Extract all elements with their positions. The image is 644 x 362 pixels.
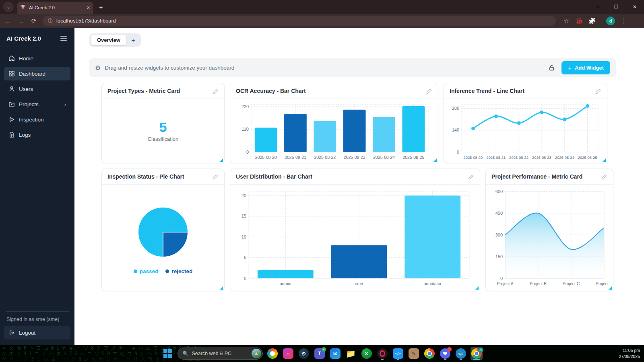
kebab-menu-icon[interactable]: ⋮ — [620, 17, 628, 25]
sidebar-item-projects[interactable]: Projects › — [4, 97, 70, 111]
sidebar-item-label: Inspection — [19, 117, 44, 123]
sidebar-item-label: Home — [19, 56, 33, 62]
svg-text:Project B: Project B — [530, 282, 547, 286]
vscode-icon[interactable]: </> — [392, 347, 404, 360]
meta-quest-icon[interactable]: ∩ — [282, 347, 294, 360]
tab-search-button[interactable]: ⌄ — [3, 2, 14, 12]
app-page: AI Creek 2.0 Home Dashboard Users — [0, 28, 644, 345]
sidebar-item-users[interactable]: Users — [4, 82, 70, 96]
user-icon — [8, 86, 15, 92]
bug-extension-icon[interactable]: 🐞 — [575, 17, 583, 25]
divider — [601, 18, 601, 24]
discord-icon[interactable] — [439, 347, 451, 360]
resize-handle[interactable] — [433, 158, 437, 162]
taskbar-clock[interactable]: 11:05 pm 27/08/2025 — [619, 348, 640, 360]
opera-gx-icon[interactable] — [376, 347, 388, 360]
widget-title: Inference Trend - Line Chart — [450, 88, 524, 94]
svg-text:15: 15 — [242, 214, 246, 218]
dashboard-grid-icon — [8, 70, 15, 77]
xbox-icon[interactable]: ✕ — [361, 347, 373, 360]
svg-text:admin: admin — [280, 281, 291, 286]
address-bar[interactable]: ⓘ localhost:5173/dashboard — [43, 16, 556, 26]
reload-icon[interactable]: ⟳ — [30, 17, 38, 25]
file-explorer-icon[interactable]: 📁 — [345, 347, 357, 360]
minimize-button[interactable]: ─ — [588, 0, 607, 14]
browser-tab[interactable]: AI Creek 2.0 ✕ — [17, 2, 93, 14]
widget-canvas: Project Types - Metric Card 5 Classifica… — [89, 83, 616, 291]
browser-titlebar: ⌄ AI Creek 2.0 ✕ + ─ ❐ ✕ — [0, 0, 644, 14]
notes-icon[interactable]: ✎ — [408, 347, 420, 360]
hamburger-menu-icon[interactable] — [59, 35, 68, 42]
sidebar-item-inspection[interactable]: Inspection — [4, 113, 70, 126]
teams-icon[interactable]: T✓ — [314, 347, 326, 360]
chrome-profile-icon[interactable]: d — [471, 347, 483, 360]
profile-avatar[interactable]: d — [606, 16, 615, 25]
sidebar-item-logs[interactable]: Logs — [4, 128, 70, 142]
svg-text:Project D: Project D — [596, 282, 608, 286]
widget-inspection-status[interactable]: Inspection Status - Pie Chart passed — [101, 169, 225, 291]
tab-close-icon[interactable]: ✕ — [87, 5, 90, 10]
widget-ocr-accuracy[interactable]: OCR Accuracy - Bar Chart 01102202025-08-… — [230, 83, 438, 163]
svg-text:2025-08-23: 2025-08-23 — [532, 156, 551, 160]
svg-text:2025-08-22: 2025-08-22 — [314, 155, 336, 160]
widget-project-performance[interactable]: Project Performance - Metric Card 015030… — [485, 169, 613, 291]
forward-icon[interactable]: → — [17, 18, 25, 25]
svg-text:annotator: annotator — [424, 281, 442, 286]
chrome-icon[interactable] — [423, 347, 436, 360]
edit-pencil-icon[interactable] — [213, 174, 219, 180]
edit-pencil-icon[interactable] — [595, 88, 601, 94]
user-distribution-bar-chart: 05101520adminsmeannotator — [237, 187, 473, 288]
svg-text:2025-08-24: 2025-08-24 — [373, 155, 395, 160]
resize-handle[interactable] — [609, 286, 612, 290]
logout-button[interactable]: Logout — [4, 326, 70, 339]
resize-handle[interactable] — [603, 158, 606, 162]
back-icon[interactable]: ← — [4, 18, 12, 25]
widget-inference-trend[interactable]: Inference Trend - Line Chart 01402802025… — [444, 83, 607, 163]
svg-text:10: 10 — [242, 234, 246, 239]
sidebar-item-dashboard[interactable]: Dashboard — [4, 67, 70, 80]
unlock-button[interactable] — [548, 64, 555, 71]
docker-icon[interactable]: 🐳 — [455, 347, 467, 360]
play-icon — [8, 116, 15, 123]
folder-plus-icon — [8, 101, 15, 107]
signed-in-text: Signed in as sme (sme) — [0, 312, 74, 324]
outlook-icon[interactable]: ✉ — [329, 347, 341, 360]
sidebar-item-label: Dashboard — [19, 71, 45, 77]
new-tab-button[interactable]: + — [96, 2, 106, 12]
main-content: Overview + ⚙ Drag and resize widgets to … — [74, 28, 644, 345]
app-title: AI Creek 2.0 — [6, 35, 41, 42]
svg-text:Project C: Project C — [563, 282, 580, 286]
add-widget-button[interactable]: + Add Widget — [561, 61, 610, 74]
edit-pencil-icon[interactable] — [468, 174, 474, 180]
add-tab-button[interactable]: + — [127, 37, 139, 43]
metric-value: 5 — [159, 120, 167, 135]
site-info-icon[interactable]: ⓘ — [48, 18, 53, 25]
svg-text:600: 600 — [495, 189, 503, 194]
resize-handle[interactable] — [220, 158, 223, 162]
sidebar-item-home[interactable]: Home — [4, 51, 70, 65]
edit-pencil-icon[interactable] — [213, 88, 219, 94]
desktop-strip: ネタセ0ヽヨコ61ナキ・ソ8クフメナ ネハユワシ46クス2ハニ シネミ91ニリハ… — [0, 345, 644, 362]
edit-pencil-icon[interactable] — [601, 174, 607, 180]
svg-text:2025-08-24: 2025-08-24 — [555, 156, 574, 160]
edit-pencil-icon[interactable] — [426, 88, 432, 94]
unlock-icon — [548, 64, 555, 71]
widget-project-types[interactable]: Project Types - Metric Card 5 Classifica… — [101, 83, 225, 163]
tab-overview[interactable]: Overview — [91, 35, 126, 45]
copilot-icon[interactable] — [266, 347, 279, 360]
maximize-button[interactable]: ❐ — [607, 0, 625, 14]
legend-label: rejected — [171, 268, 192, 274]
taskbar-search[interactable]: 🔍 Search web & PC ⛰ — [178, 348, 263, 360]
svg-text:0: 0 — [457, 149, 459, 154]
widget-title: Project Types - Metric Card — [107, 88, 180, 94]
close-button[interactable]: ✕ — [625, 0, 644, 14]
start-button[interactable] — [162, 347, 174, 360]
bookmark-star-icon[interactable]: ☆ — [562, 17, 570, 25]
clock-time: 11:05 pm — [619, 348, 640, 354]
widget-user-distribution[interactable]: User Distribution - Bar Chart 05101520ad… — [230, 169, 480, 291]
extensions-puzzle-icon[interactable]: 🧩 — [588, 17, 596, 25]
browser-navbar: ← → ⟳ ⓘ localhost:5173/dashboard ☆ 🐞 🧩 d… — [0, 14, 644, 28]
resize-handle[interactable] — [475, 286, 479, 290]
steam-icon[interactable]: ⚙ — [298, 347, 310, 360]
resize-handle[interactable] — [220, 286, 223, 290]
